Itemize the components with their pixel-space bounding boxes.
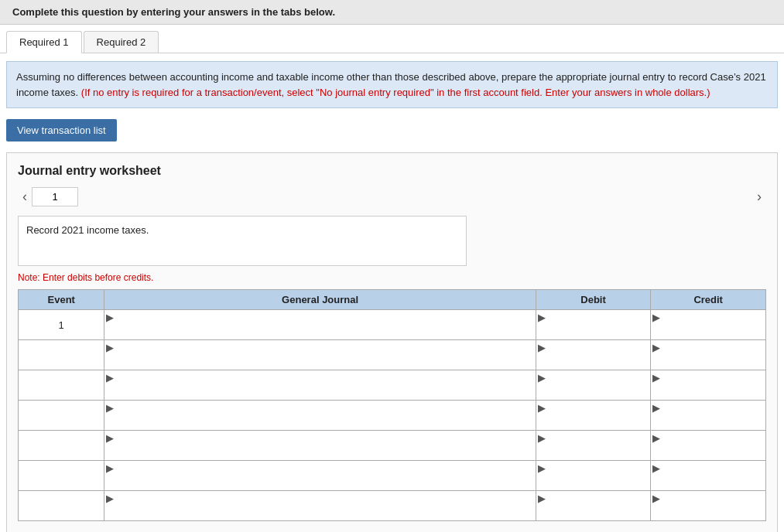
journal-cell-arrow: ▶: [106, 312, 116, 323]
general-journal-cell[interactable]: ▶: [104, 431, 536, 461]
table-row: ▶▶▶: [19, 491, 766, 521]
general-journal-cell[interactable]: ▶: [104, 401, 536, 431]
general-journal-input[interactable]: [106, 504, 533, 519]
journal-cell-arrow: ▶: [106, 462, 116, 474]
col-general-journal: General Journal: [104, 290, 536, 310]
debit-cell[interactable]: ▶: [536, 370, 651, 401]
general-journal-cell[interactable]: ▶: [104, 461, 536, 491]
general-journal-cell[interactable]: ▶: [104, 370, 536, 401]
debit-arrow: ▶: [538, 493, 548, 504]
debit-input[interactable]: [538, 444, 649, 459]
view-transaction-button[interactable]: View transaction list: [6, 119, 117, 142]
event-cell: [19, 340, 104, 370]
debit-input[interactable]: [538, 474, 649, 489]
debit-cell[interactable]: ▶: [536, 401, 651, 431]
entry-description: Record 2021 income taxes.: [18, 216, 467, 266]
table-row: ▶▶▶: [19, 461, 766, 491]
event-cell: [19, 431, 104, 461]
table-row: ▶▶▶: [19, 340, 766, 370]
tab-required-2[interactable]: Required 2: [84, 31, 159, 53]
info-box: Assuming no differences between accounti…: [6, 61, 778, 108]
credit-cell[interactable]: ▶: [651, 401, 766, 431]
credit-arrow: ▶: [652, 432, 662, 444]
info-red-text: (If no entry is required for a transacti…: [81, 87, 710, 98]
table-row: ▶▶▶: [19, 431, 766, 461]
credit-input[interactable]: [652, 504, 764, 519]
debit-cell[interactable]: ▶: [536, 431, 651, 461]
debit-input[interactable]: [538, 414, 649, 428]
credit-input[interactable]: [652, 353, 764, 368]
debit-arrow: ▶: [538, 312, 548, 323]
debit-arrow: ▶: [538, 342, 548, 353]
event-cell: [19, 491, 104, 521]
credit-input[interactable]: [652, 384, 764, 398]
table-row: ▶▶▶: [19, 370, 766, 401]
worksheet-title: Journal entry worksheet: [18, 164, 766, 178]
credit-cell[interactable]: ▶: [651, 370, 766, 401]
entry-number-input[interactable]: [32, 187, 78, 206]
credit-arrow: ▶: [652, 462, 662, 474]
next-entry-arrow[interactable]: ›: [752, 187, 766, 206]
debit-cell[interactable]: ▶: [536, 461, 651, 491]
debit-cell[interactable]: ▶: [536, 310, 651, 340]
debit-credit-note: Note: Enter debits before credits.: [18, 272, 766, 283]
general-journal-input[interactable]: [106, 474, 533, 489]
debit-input[interactable]: [538, 504, 649, 519]
general-journal-cell[interactable]: ▶: [104, 491, 536, 521]
event-cell: [19, 370, 104, 401]
credit-arrow: ▶: [652, 402, 662, 414]
credit-input[interactable]: [652, 414, 764, 428]
general-journal-input[interactable]: [106, 444, 533, 459]
debit-input[interactable]: [538, 353, 649, 368]
debit-input[interactable]: [538, 323, 649, 338]
prev-entry-arrow[interactable]: ‹: [18, 187, 32, 206]
credit-cell[interactable]: ▶: [651, 431, 766, 461]
debit-cell[interactable]: ▶: [536, 491, 651, 521]
journal-cell-arrow: ▶: [106, 493, 116, 504]
credit-cell[interactable]: ▶: [651, 310, 766, 340]
debit-input[interactable]: [538, 384, 649, 398]
general-journal-input[interactable]: [106, 323, 533, 338]
journal-cell-arrow: ▶: [106, 432, 116, 444]
credit-arrow: ▶: [652, 312, 662, 323]
journal-table: Event General Journal Debit Credit 1▶▶▶▶…: [18, 289, 766, 521]
top-instruction: Complete this question by entering your …: [0, 0, 784, 25]
worksheet-nav: ‹ ›: [18, 187, 766, 206]
credit-arrow: ▶: [652, 372, 662, 384]
journal-cell-arrow: ▶: [106, 402, 116, 414]
event-cell: [19, 401, 104, 431]
debit-arrow: ▶: [538, 372, 548, 384]
debit-arrow: ▶: [538, 402, 548, 414]
credit-input[interactable]: [652, 323, 764, 338]
event-cell: [19, 461, 104, 491]
debit-arrow: ▶: [538, 432, 548, 444]
credit-input[interactable]: [652, 474, 764, 489]
credit-cell[interactable]: ▶: [651, 461, 766, 491]
journal-entry-worksheet: Journal entry worksheet ‹ › Record 2021 …: [6, 152, 778, 532]
debit-arrow: ▶: [538, 462, 548, 474]
general-journal-cell[interactable]: ▶: [104, 340, 536, 370]
journal-cell-arrow: ▶: [106, 372, 116, 384]
table-row: ▶▶▶: [19, 401, 766, 431]
col-debit: Debit: [536, 290, 651, 310]
credit-cell[interactable]: ▶: [651, 340, 766, 370]
tabs-bar: Required 1 Required 2: [0, 25, 784, 53]
event-cell: 1: [19, 310, 104, 340]
credit-arrow: ▶: [652, 493, 662, 504]
general-journal-cell[interactable]: ▶: [104, 310, 536, 340]
credit-input[interactable]: [652, 444, 764, 459]
tab-required-1[interactable]: Required 1: [6, 31, 82, 53]
table-row: 1▶▶▶: [19, 310, 766, 340]
general-journal-input[interactable]: [106, 353, 533, 368]
col-credit: Credit: [651, 290, 766, 310]
general-journal-input[interactable]: [106, 384, 533, 398]
credit-arrow: ▶: [652, 342, 662, 353]
col-event: Event: [19, 290, 104, 310]
journal-cell-arrow: ▶: [106, 342, 116, 353]
credit-cell[interactable]: ▶: [651, 491, 766, 521]
general-journal-input[interactable]: [106, 414, 533, 428]
debit-cell[interactable]: ▶: [536, 340, 651, 370]
